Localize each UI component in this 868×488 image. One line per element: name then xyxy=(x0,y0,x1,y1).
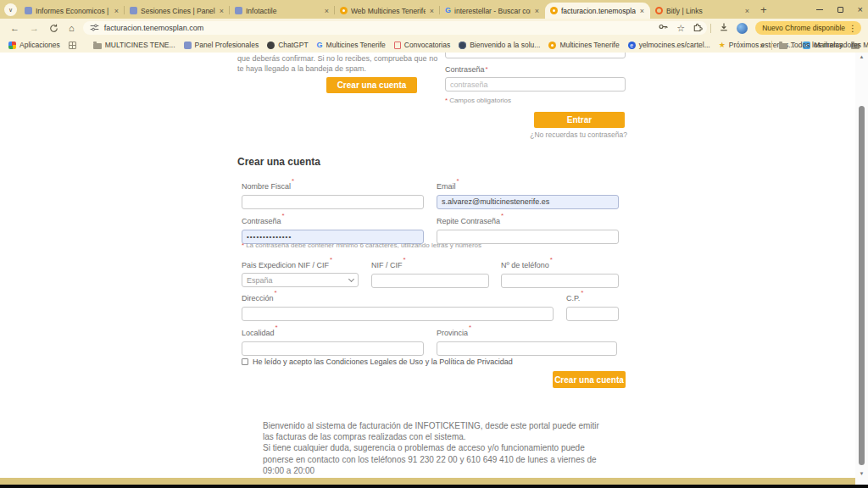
url-text[interactable]: facturacion.tenemosplan.com xyxy=(104,24,204,32)
nombre-fiscal-input[interactable] xyxy=(242,195,424,209)
cp-input[interactable] xyxy=(566,307,619,321)
bookmark-label: Convocatorias xyxy=(404,41,450,49)
field-label: Email xyxy=(437,182,456,191)
profile-avatar[interactable] xyxy=(737,23,748,34)
close-window-icon[interactable]: × xyxy=(858,5,863,14)
pais-selected-value: España xyxy=(247,276,273,285)
bookmark-aplicaciones[interactable]: Aplicaciones xyxy=(8,41,60,49)
field-telefono: Nº de teléfono* xyxy=(501,256,619,288)
tab-google-search[interactable]: G interestellar - Buscar con Googl × xyxy=(440,3,545,19)
browser-menu-icon[interactable]: ⋮ xyxy=(849,24,857,33)
chevron-down-icon xyxy=(348,275,354,281)
page-content: que deberás confirmar. Si no lo recibes,… xyxy=(0,53,868,488)
scroll-up-icon[interactable]: ▲ xyxy=(855,54,868,59)
google-favicon-icon: G xyxy=(317,42,323,49)
pin-favicon-icon xyxy=(340,7,348,14)
google-favicon-icon: G xyxy=(445,7,451,14)
field-email: Email* xyxy=(437,177,619,209)
tab-web-multicines[interactable]: Web Multicines Tenerife × xyxy=(335,3,440,19)
tab-sesiones-cines[interactable]: Sesiones Cines | Panel Profesion × xyxy=(125,3,230,19)
required-asterisk: * xyxy=(292,177,294,185)
bookmark-multicines-google[interactable]: G Multicines Tenerife xyxy=(317,41,386,49)
maximize-icon[interactable] xyxy=(837,7,843,13)
field-label: Contraseña xyxy=(242,217,281,225)
localidad-input[interactable] xyxy=(242,341,424,356)
all-bookmarks-folder[interactable]: Todos los marcadores xyxy=(779,41,861,49)
required-asterisk: * xyxy=(469,324,471,331)
footer-line-1: Bienvenido al sistema de facturación de … xyxy=(263,420,612,442)
create-account-top-button[interactable]: Crear una cuenta xyxy=(326,77,417,93)
address-bar[interactable]: facturacion.tenemosplan.com xyxy=(83,21,707,35)
telefono-input[interactable] xyxy=(501,274,619,288)
bookmark-label: Aplicaciones xyxy=(19,41,60,49)
tab-title: Informes Economicos | Panel Prof xyxy=(36,7,110,15)
tab-close-icon[interactable]: × xyxy=(429,7,435,15)
terms-row: He leído y acepto las Condiciones Legale… xyxy=(242,358,513,366)
password-requirements-note: *La contraseña debe contener minimo 6 ca… xyxy=(242,241,481,249)
bookmark-chatgpt[interactable]: ChatGPT xyxy=(267,41,308,49)
tab-close-icon[interactable]: × xyxy=(219,7,225,15)
bookmark-folder-multicines[interactable]: MULTICINES TENE... xyxy=(93,41,175,49)
bookmark-panel-profesionales[interactable]: Panel Profesionales xyxy=(184,41,259,49)
required-asterisk: * xyxy=(501,212,504,219)
signup-confirmation-text: que deberás confirmar. Si no lo recibes,… xyxy=(237,53,445,74)
tab-informes-economicos[interactable]: Informes Economicos | Panel Prof × xyxy=(19,3,125,19)
direccion-input[interactable] xyxy=(242,307,554,321)
tab-close-icon[interactable]: × xyxy=(114,7,120,15)
tab-close-icon[interactable]: × xyxy=(744,7,750,15)
scroll-down-icon[interactable]: ▼ xyxy=(855,471,868,476)
bookmark-star-icon[interactable]: ☆ xyxy=(676,23,685,34)
tab-title: Web Multicines Tenerife xyxy=(351,7,426,15)
login-password-input[interactable] xyxy=(445,77,626,92)
panel-favicon-icon xyxy=(184,42,192,49)
tab-bitly[interactable]: Bitly | Links × xyxy=(650,3,755,19)
field-label: Localidad xyxy=(242,329,275,337)
field-label: Nombre Fiscal xyxy=(242,182,291,191)
login-submit-button[interactable]: Entrar xyxy=(534,112,625,128)
extensions-icon[interactable] xyxy=(693,20,703,36)
minimize-icon[interactable] xyxy=(816,9,823,10)
tab-search-button[interactable]: ∨ xyxy=(4,3,17,16)
site-settings-icon[interactable] xyxy=(90,20,99,36)
tab-close-icon[interactable]: × xyxy=(324,7,330,15)
tab-facturacion-active[interactable]: facturacion.tenemosplan.com × xyxy=(545,3,650,19)
bookmarks-overflow-icon[interactable]: » xyxy=(760,41,765,50)
tab-title: Sesiones Cines | Panel Profesion xyxy=(141,7,215,15)
globe-icon xyxy=(459,42,466,49)
panel-favicon-icon xyxy=(235,7,242,14)
password-manager-icon[interactable] xyxy=(658,20,669,36)
bookmark-multicines-pin[interactable]: Multicines Tenerife xyxy=(548,41,619,49)
reload-icon[interactable] xyxy=(49,24,58,33)
grid-icon xyxy=(69,42,76,49)
bookmark-label: MULTICINES TENE... xyxy=(105,41,175,49)
bookmark-bienvenido[interactable]: Bienvenido a la solu... xyxy=(459,41,540,49)
bookmark-yelmocines[interactable]: e yelmocines.es/cartel... xyxy=(628,41,710,49)
footer-line-2: Si tiene cualquier duda, sugerencia o pr… xyxy=(263,442,612,476)
tab-close-icon[interactable]: × xyxy=(639,7,645,15)
forward-icon[interactable]: → xyxy=(30,23,39,33)
back-icon[interactable]: ← xyxy=(10,23,19,33)
field-label: Nº de teléfono xyxy=(501,261,549,269)
create-account-submit-button[interactable]: Crear una cuenta xyxy=(553,371,626,388)
download-icon[interactable] xyxy=(719,20,729,36)
scrollbar-thumb[interactable] xyxy=(859,106,865,465)
email-input[interactable] xyxy=(437,195,619,209)
tab-infotactile[interactable]: Infotactile × xyxy=(230,3,335,19)
update-chip-label: Nuevo Chrome disponible xyxy=(762,24,845,32)
terms-checkbox[interactable] xyxy=(242,358,248,365)
nif-input[interactable] xyxy=(371,274,489,288)
window-controls: × xyxy=(816,0,863,19)
login-email-input[interactable] xyxy=(445,53,626,58)
tab-close-icon[interactable]: × xyxy=(534,7,540,15)
reading-list-button[interactable] xyxy=(69,42,76,49)
pais-select[interactable]: España xyxy=(242,273,359,287)
chrome-update-chip[interactable]: Nuevo Chrome disponible ⋮ xyxy=(755,21,861,35)
vertical-scrollbar[interactable]: ▲ ▼ xyxy=(855,53,868,485)
new-tab-button[interactable]: + xyxy=(760,3,767,16)
field-label: C.P. xyxy=(566,294,580,302)
home-icon[interactable]: ⌂ xyxy=(69,23,75,33)
bookmark-convocatorias[interactable]: Convocatorias xyxy=(394,41,450,49)
document-icon xyxy=(394,42,401,49)
forgot-password-link[interactable]: ¿No recuerdas tu contraseña? xyxy=(500,130,627,139)
provincia-input[interactable] xyxy=(437,341,617,356)
